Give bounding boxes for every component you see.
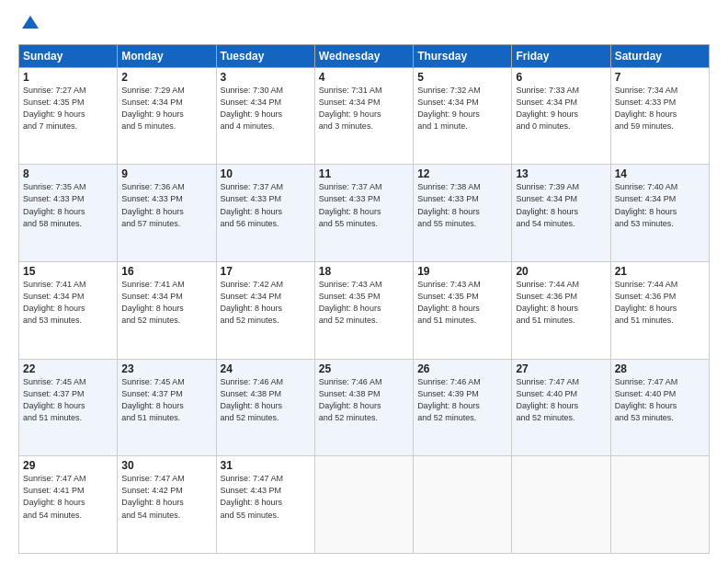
calendar-week-row: 1Sunrise: 7:27 AM Sunset: 4:35 PM Daylig… [19, 67, 710, 165]
day-number: 20 [516, 265, 606, 278]
calendar-table: SundayMondayTuesdayWednesdayThursdayFrid… [18, 44, 710, 554]
calendar-cell: 1Sunrise: 7:27 AM Sunset: 4:35 PM Daylig… [19, 67, 118, 165]
day-info: Sunrise: 7:39 AM Sunset: 4:34 PM Dayligh… [516, 181, 606, 229]
calendar-cell: 21Sunrise: 7:44 AM Sunset: 4:36 PM Dayli… [610, 262, 709, 360]
day-info: Sunrise: 7:35 AM Sunset: 4:33 PM Dayligh… [23, 181, 113, 229]
day-number: 15 [23, 265, 113, 278]
calendar-cell: 7Sunrise: 7:34 AM Sunset: 4:33 PM Daylig… [610, 67, 709, 165]
day-number: 7 [615, 71, 705, 84]
day-number: 9 [121, 167, 211, 180]
day-info: Sunrise: 7:47 AM Sunset: 4:41 PM Dayligh… [23, 473, 113, 521]
day-info: Sunrise: 7:46 AM Sunset: 4:38 PM Dayligh… [221, 376, 311, 424]
day-info: Sunrise: 7:30 AM Sunset: 4:34 PM Dayligh… [221, 85, 311, 132]
day-number: 16 [121, 265, 211, 278]
day-info: Sunrise: 7:47 AM Sunset: 4:40 PM Dayligh… [615, 376, 705, 424]
day-info: Sunrise: 7:47 AM Sunset: 4:43 PM Dayligh… [221, 473, 311, 521]
calendar-cell: 12Sunrise: 7:38 AM Sunset: 4:33 PM Dayli… [414, 165, 512, 262]
calendar-day-header: Monday [118, 44, 216, 67]
day-info: Sunrise: 7:47 AM Sunset: 4:42 PM Dayligh… [121, 473, 211, 521]
day-info: Sunrise: 7:46 AM Sunset: 4:38 PM Dayligh… [319, 376, 409, 424]
calendar-cell [314, 456, 413, 554]
calendar-day-header: Saturday [610, 44, 709, 67]
day-number: 6 [516, 71, 606, 84]
page: SundayMondayTuesdayWednesdayThursdayFrid… [0, 0, 728, 563]
day-info: Sunrise: 7:38 AM Sunset: 4:33 PM Dayligh… [417, 181, 507, 229]
day-number: 17 [221, 265, 311, 278]
calendar-cell: 8Sunrise: 7:35 AM Sunset: 4:33 PM Daylig… [19, 165, 118, 262]
calendar-cell: 27Sunrise: 7:47 AM Sunset: 4:40 PM Dayli… [512, 359, 610, 456]
day-number: 4 [319, 71, 409, 84]
day-info: Sunrise: 7:45 AM Sunset: 4:37 PM Dayligh… [121, 376, 211, 424]
calendar-cell: 24Sunrise: 7:46 AM Sunset: 4:38 PM Dayli… [216, 359, 314, 456]
logo [18, 17, 40, 35]
calendar-cell: 5Sunrise: 7:32 AM Sunset: 4:34 PM Daylig… [414, 67, 512, 165]
calendar-cell: 23Sunrise: 7:45 AM Sunset: 4:37 PM Dayli… [118, 359, 216, 456]
calendar-week-row: 8Sunrise: 7:35 AM Sunset: 4:33 PM Daylig… [19, 165, 710, 262]
day-number: 23 [121, 362, 211, 375]
day-info: Sunrise: 7:43 AM Sunset: 4:35 PM Dayligh… [319, 279, 409, 327]
day-number: 18 [319, 265, 409, 278]
day-number: 28 [615, 362, 705, 375]
calendar-cell: 29Sunrise: 7:47 AM Sunset: 4:41 PM Dayli… [19, 456, 118, 554]
day-number: 3 [221, 71, 311, 84]
calendar-cell: 28Sunrise: 7:47 AM Sunset: 4:40 PM Dayli… [610, 359, 709, 456]
calendar-cell: 16Sunrise: 7:41 AM Sunset: 4:34 PM Dayli… [118, 262, 216, 360]
calendar-day-header: Thursday [414, 44, 512, 67]
calendar-cell: 11Sunrise: 7:37 AM Sunset: 4:33 PM Dayli… [314, 165, 413, 262]
day-number: 10 [221, 167, 311, 180]
calendar-week-row: 22Sunrise: 7:45 AM Sunset: 4:37 PM Dayli… [19, 359, 710, 456]
day-info: Sunrise: 7:37 AM Sunset: 4:33 PM Dayligh… [221, 181, 311, 229]
calendar-day-header: Tuesday [216, 44, 314, 67]
day-number: 27 [516, 362, 606, 375]
day-number: 8 [23, 167, 113, 180]
calendar-cell: 22Sunrise: 7:45 AM Sunset: 4:37 PM Dayli… [19, 359, 118, 456]
day-number: 30 [121, 459, 211, 472]
calendar-cell: 9Sunrise: 7:36 AM Sunset: 4:33 PM Daylig… [118, 165, 216, 262]
day-number: 11 [319, 167, 409, 180]
day-info: Sunrise: 7:29 AM Sunset: 4:34 PM Dayligh… [121, 85, 211, 132]
calendar-cell: 15Sunrise: 7:41 AM Sunset: 4:34 PM Dayli… [19, 262, 118, 360]
day-info: Sunrise: 7:34 AM Sunset: 4:33 PM Dayligh… [615, 85, 705, 132]
calendar-cell: 19Sunrise: 7:43 AM Sunset: 4:35 PM Dayli… [414, 262, 512, 360]
day-number: 2 [121, 71, 211, 84]
day-number: 29 [23, 459, 113, 472]
calendar-week-row: 15Sunrise: 7:41 AM Sunset: 4:34 PM Dayli… [19, 262, 710, 360]
calendar-cell: 25Sunrise: 7:46 AM Sunset: 4:38 PM Dayli… [314, 359, 413, 456]
calendar-cell [512, 456, 610, 554]
day-number: 13 [516, 167, 606, 180]
day-info: Sunrise: 7:31 AM Sunset: 4:34 PM Dayligh… [319, 85, 409, 132]
day-number: 25 [319, 362, 409, 375]
calendar-day-header: Friday [512, 44, 610, 67]
day-info: Sunrise: 7:43 AM Sunset: 4:35 PM Dayligh… [417, 279, 507, 327]
day-info: Sunrise: 7:42 AM Sunset: 4:34 PM Dayligh… [221, 279, 311, 327]
day-info: Sunrise: 7:44 AM Sunset: 4:36 PM Dayligh… [615, 279, 705, 327]
day-info: Sunrise: 7:37 AM Sunset: 4:33 PM Dayligh… [319, 181, 409, 229]
logo-arrow-icon [20, 12, 40, 32]
calendar-header-row: SundayMondayTuesdayWednesdayThursdayFrid… [19, 44, 710, 67]
day-number: 12 [417, 167, 507, 180]
day-info: Sunrise: 7:32 AM Sunset: 4:34 PM Dayligh… [417, 85, 507, 132]
day-number: 19 [417, 265, 507, 278]
calendar-day-header: Wednesday [314, 44, 413, 67]
calendar-day-header: Sunday [19, 44, 118, 67]
header [18, 17, 710, 35]
day-number: 1 [23, 71, 113, 84]
day-info: Sunrise: 7:47 AM Sunset: 4:40 PM Dayligh… [516, 376, 606, 424]
calendar-cell: 17Sunrise: 7:42 AM Sunset: 4:34 PM Dayli… [216, 262, 314, 360]
calendar-cell: 10Sunrise: 7:37 AM Sunset: 4:33 PM Dayli… [216, 165, 314, 262]
calendar-cell: 2Sunrise: 7:29 AM Sunset: 4:34 PM Daylig… [118, 67, 216, 165]
calendar-cell: 26Sunrise: 7:46 AM Sunset: 4:39 PM Dayli… [414, 359, 512, 456]
day-info: Sunrise: 7:44 AM Sunset: 4:36 PM Dayligh… [516, 279, 606, 327]
day-info: Sunrise: 7:46 AM Sunset: 4:39 PM Dayligh… [417, 376, 507, 424]
calendar-cell: 3Sunrise: 7:30 AM Sunset: 4:34 PM Daylig… [216, 67, 314, 165]
day-number: 14 [615, 167, 705, 180]
calendar-cell [610, 456, 709, 554]
day-info: Sunrise: 7:40 AM Sunset: 4:34 PM Dayligh… [615, 181, 705, 229]
calendar-cell: 31Sunrise: 7:47 AM Sunset: 4:43 PM Dayli… [216, 456, 314, 554]
day-info: Sunrise: 7:41 AM Sunset: 4:34 PM Dayligh… [23, 279, 113, 327]
day-info: Sunrise: 7:33 AM Sunset: 4:34 PM Dayligh… [516, 85, 606, 132]
calendar-week-row: 29Sunrise: 7:47 AM Sunset: 4:41 PM Dayli… [19, 456, 710, 554]
calendar-cell: 4Sunrise: 7:31 AM Sunset: 4:34 PM Daylig… [314, 67, 413, 165]
day-number: 24 [221, 362, 311, 375]
calendar-cell: 20Sunrise: 7:44 AM Sunset: 4:36 PM Dayli… [512, 262, 610, 360]
